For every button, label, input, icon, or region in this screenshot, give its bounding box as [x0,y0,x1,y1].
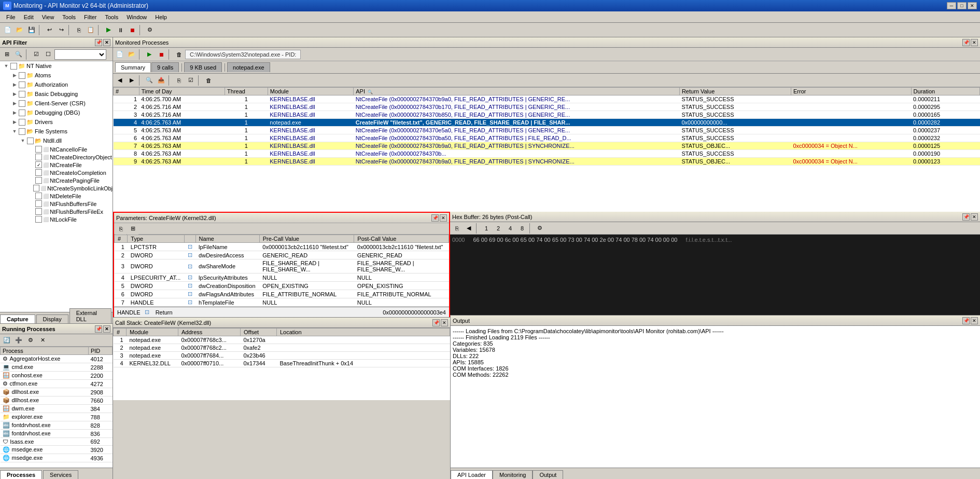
api-table-row[interactable]: 3 4:06:25.716 AM 1 KERNELBASE.dll NtCrea… [114,111,980,119]
check-ntcancelio[interactable] [35,146,42,153]
params-row[interactable]: 5 DWORD ⊡ dwCreationDisposition OPEN_EXI… [115,282,449,290]
tree-item-file-systems[interactable]: ▼ 📂 File Systems [0,127,113,136]
col-time[interactable]: Time of Day [139,88,225,95]
params-copy-button[interactable]: ⎘ [115,223,127,235]
check-ntflushbuffersex[interactable] [35,208,42,215]
params-expand-button[interactable]: ⊞ [127,223,138,235]
api-select-button[interactable]: ☑ [185,75,197,86]
process-row[interactable]: 🌐msedge.exe3920 [1,446,113,454]
process-row[interactable]: 🛡lsass.exe692 [1,438,113,446]
check-ntdeletefile[interactable] [35,193,42,199]
check-client-server[interactable] [19,100,25,107]
params-row[interactable]: 2 DWORD ⊡ dwDesiredAccess GENERIC_READ G… [115,251,449,259]
hex-prev-button[interactable]: ◀ [463,223,474,234]
tab-9kb[interactable]: 9 KB used [184,62,222,72]
params-close-button[interactable]: ✕ [440,214,447,222]
tree-item-ntcreatesymlink[interactable]: ⬜ NtCreateSymbolicLinkObj [0,184,113,192]
col-module[interactable]: Module [268,88,353,95]
check-ntlockfile[interactable] [35,216,42,223]
process-row[interactable]: 🌐msedge.exe4936 [1,454,113,462]
tab-services[interactable]: Services [43,470,78,479]
api-table-row[interactable]: 6 4:06:25.763 AM 1 KERNELBASE.dll NtCrea… [114,134,980,142]
menu-tools2[interactable]: Tools [101,12,123,22]
tree-item-ntflushbuffers[interactable]: ⬜ NtFlushBuffersFile [0,200,113,208]
hex-2byte-button[interactable]: 2 [493,223,504,234]
col-api[interactable]: API 🔍 [354,88,680,95]
col-thread[interactable]: Thread [225,88,268,95]
expand-authorization[interactable]: ▶ [10,80,19,89]
menu-tools[interactable]: Tools [58,12,80,22]
hex-settings-button[interactable]: ⚙ [534,223,545,234]
tab-summary[interactable]: Summary [115,62,151,72]
menu-edit[interactable]: Edit [20,12,38,22]
check-ntcreatesymlink[interactable] [33,185,39,191]
start-button[interactable]: ▶ [103,24,114,36]
check-basic-debugging[interactable] [19,91,25,98]
filter-uncheck-button[interactable]: ☐ [43,49,54,60]
process-row[interactable]: 📦dllhost.exe2908 [1,388,113,396]
proc-settings-button[interactable]: ⚙ [25,335,36,346]
monitored-pin-button[interactable]: 📌 [962,39,970,46]
tab-9calls[interactable]: 9 calls [151,62,179,72]
tree-item-ntcreatefile[interactable]: ⬜ NtCreateFile [0,161,113,169]
tree-item-authorization[interactable]: ▶ 📁 Authorization [0,80,113,89]
check-authorization[interactable] [19,81,25,88]
check-ntcreatefile[interactable] [35,161,42,168]
menu-view[interactable]: View [38,12,59,22]
process-row[interactable]: 🪟conhost.exe2200 [1,372,113,380]
process-row[interactable]: 🔤fontdrvhost.exe836 [1,430,113,438]
check-ntcreatepaging[interactable] [35,177,42,184]
api-table-row[interactable]: 2 4:06:25.716 AM 1 KERNELBASE.dll NtCrea… [114,103,980,111]
output-tab-loader[interactable]: API Loader [451,470,493,479]
api-table-row[interactable]: 5 4:06:25.763 AM 1 KERNELBASE.dll NtCrea… [114,127,980,134]
call-stack-close-button[interactable]: ✕ [441,319,448,326]
process-row[interactable]: 💻cmd.exe2288 [1,363,113,372]
expand-file-systems[interactable]: ▼ [10,127,19,135]
filter-expand-button[interactable]: ⊞ [1,49,12,60]
check-debugging-dbg[interactable] [19,110,25,116]
tab-display[interactable]: Display [36,314,68,323]
output-tab-output[interactable]: Output [533,470,563,479]
pause-button[interactable]: ⏸ [115,24,126,36]
mon-stop-button[interactable]: ⏹ [156,49,167,60]
tree-item-ntcreateiocompl[interactable]: ⬜ NtCreateIoCompletion [0,169,113,176]
call-stack-pin-button[interactable]: 📌 [432,319,440,326]
check-ntflushbuffers[interactable] [35,200,42,207]
open-button[interactable]: 📂 [14,24,25,36]
call-stack-row[interactable]: 2 notepad.exe 0x00007ff768c2... 0xafe2 [114,344,450,352]
check-nt-native[interactable] [10,63,17,70]
api-table-row[interactable]: 8 4:06:25.763 AM 1 KERNELBASE.dll NtCrea… [114,150,980,158]
api-table-row[interactable]: 1 4:06:25.700 AM 1 KERNELBASE.dll NtCrea… [114,95,980,103]
params-row[interactable]: 7 HANDLE ⊡ hTemplateFile NULL NULL [115,298,449,307]
proc-refresh-button[interactable]: 🔄 [1,335,12,346]
expand-drivers[interactable]: ▶ [10,118,19,126]
api-table-row[interactable]: 7 4:06:25.763 AM 1 KERNELBASE.dll NtCrea… [114,142,980,150]
undo-button[interactable]: ↩ [44,24,55,36]
api-clear-button[interactable]: 🗑 [203,75,214,86]
new-button[interactable]: 📄 [2,24,13,36]
expand-client-server[interactable]: ▶ [10,99,19,107]
close-button[interactable]: ✕ [968,2,977,9]
paste-button[interactable]: 📋 [85,24,96,36]
proc-monitor-button[interactable]: ➕ [13,335,24,346]
check-ntcreateiocompl[interactable] [35,169,42,176]
minimize-button[interactable]: ─ [947,2,956,9]
redo-button[interactable]: ↪ [55,24,67,36]
tab-external-dll[interactable]: External DLL [69,308,111,323]
monitored-close-button[interactable]: ✕ [971,39,978,46]
tree-item-basic-debugging[interactable]: ▶ 📁 Basic Debugging [0,89,113,99]
expand-atoms[interactable]: ▶ [10,71,19,79]
tree-item-ntcreatedirobj[interactable]: ⬜ NtCreateDirectoryObject [0,153,113,161]
col-error[interactable]: Error [791,88,911,95]
settings-button[interactable]: ⚙ [144,24,156,36]
menu-filter[interactable]: Filter [80,12,101,22]
check-ntdll[interactable] [27,138,34,144]
process-row[interactable]: 📦dllhost.exe7660 [1,396,113,405]
menu-help[interactable]: Help [151,12,171,22]
tab-capture[interactable]: Capture [0,314,35,323]
check-drivers[interactable] [19,119,25,126]
check-atoms[interactable] [19,72,25,79]
process-row[interactable]: ⚙AggregatorHost.exe4012 [1,355,113,363]
api-copy-button[interactable]: ⎘ [173,75,185,86]
params-row[interactable]: 1 LPCTSTR ⊡ lpFileName 0x0000013cb2c1161… [115,243,449,251]
